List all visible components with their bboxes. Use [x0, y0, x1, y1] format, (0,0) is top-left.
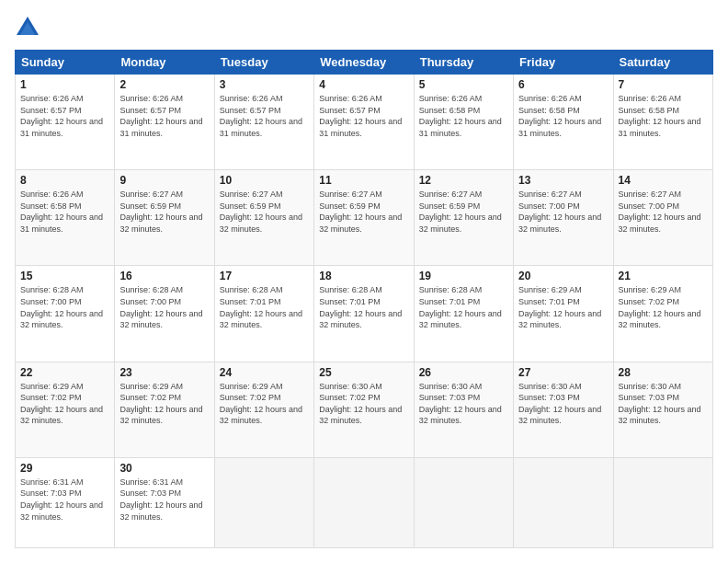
- day-details: Sunrise: 6:28 AM Sunset: 7:01 PM Dayligh…: [419, 284, 508, 330]
- calendar-day-cell: 12 Sunrise: 6:27 AM Sunset: 6:59 PM Dayl…: [414, 170, 513, 266]
- calendar-day-cell: [514, 457, 613, 547]
- header: [15, 15, 713, 40]
- day-number: 3: [220, 78, 309, 91]
- calendar-day-cell: [314, 457, 414, 547]
- day-details: Sunrise: 6:29 AM Sunset: 7:02 PM Dayligh…: [619, 284, 708, 330]
- day-details: Sunrise: 6:26 AM Sunset: 6:57 PM Dayligh…: [319, 93, 408, 139]
- day-details: Sunrise: 6:26 AM Sunset: 6:57 PM Dayligh…: [220, 93, 309, 139]
- calendar-day-cell: 16 Sunrise: 6:28 AM Sunset: 7:00 PM Dayl…: [115, 266, 214, 362]
- day-number: 7: [619, 78, 708, 91]
- calendar-day-cell: 26 Sunrise: 6:30 AM Sunset: 7:03 PM Dayl…: [414, 362, 513, 457]
- day-number: 28: [619, 366, 708, 379]
- day-number: 29: [20, 462, 109, 475]
- calendar-day-cell: 8 Sunrise: 6:26 AM Sunset: 6:58 PM Dayli…: [16, 170, 115, 266]
- calendar-day-cell: [414, 457, 513, 547]
- calendar-header-thursday: Thursday: [414, 51, 513, 75]
- day-number: 9: [119, 174, 209, 187]
- day-details: Sunrise: 6:31 AM Sunset: 7:03 PM Dayligh…: [119, 477, 209, 523]
- calendar-day-cell: 23 Sunrise: 6:29 AM Sunset: 7:02 PM Dayl…: [115, 362, 214, 457]
- calendar-day-cell: 22 Sunrise: 6:29 AM Sunset: 7:02 PM Dayl…: [16, 362, 115, 457]
- day-number: 4: [319, 78, 408, 91]
- day-details: Sunrise: 6:26 AM Sunset: 6:57 PM Dayligh…: [119, 93, 209, 139]
- day-details: Sunrise: 6:26 AM Sunset: 6:58 PM Dayligh…: [619, 93, 708, 139]
- day-details: Sunrise: 6:27 AM Sunset: 6:59 PM Dayligh…: [319, 189, 408, 235]
- calendar-day-cell: 3 Sunrise: 6:26 AM Sunset: 6:57 PM Dayli…: [214, 75, 313, 170]
- calendar-day-cell: 13 Sunrise: 6:27 AM Sunset: 7:00 PM Dayl…: [514, 170, 613, 266]
- day-details: Sunrise: 6:27 AM Sunset: 7:00 PM Dayligh…: [518, 189, 608, 235]
- calendar-header-monday: Monday: [115, 51, 214, 75]
- calendar-day-cell: 19 Sunrise: 6:28 AM Sunset: 7:01 PM Dayl…: [414, 266, 513, 362]
- day-details: Sunrise: 6:30 AM Sunset: 7:03 PM Dayligh…: [419, 381, 508, 427]
- day-number: 10: [220, 174, 309, 187]
- day-number: 11: [319, 174, 408, 187]
- calendar-header-sunday: Sunday: [16, 51, 115, 75]
- day-details: Sunrise: 6:29 AM Sunset: 7:02 PM Dayligh…: [220, 381, 309, 427]
- day-number: 21: [619, 270, 708, 282]
- calendar-table: SundayMondayTuesdayWednesdayThursdayFrid…: [15, 50, 713, 548]
- day-number: 15: [20, 270, 109, 282]
- calendar-day-cell: 7 Sunrise: 6:26 AM Sunset: 6:58 PM Dayli…: [613, 75, 712, 170]
- day-number: 18: [319, 270, 408, 282]
- calendar-day-cell: 30 Sunrise: 6:31 AM Sunset: 7:03 PM Dayl…: [115, 457, 214, 547]
- day-number: 16: [119, 270, 209, 282]
- calendar-day-cell: 9 Sunrise: 6:27 AM Sunset: 6:59 PM Dayli…: [115, 170, 214, 266]
- day-number: 19: [419, 270, 508, 282]
- calendar-day-cell: 21 Sunrise: 6:29 AM Sunset: 7:02 PM Dayl…: [613, 266, 712, 362]
- page: SundayMondayTuesdayWednesdayThursdayFrid…: [0, 0, 728, 563]
- calendar-header-saturday: Saturday: [613, 51, 712, 75]
- day-details: Sunrise: 6:30 AM Sunset: 7:03 PM Dayligh…: [518, 381, 608, 427]
- calendar-header-wednesday: Wednesday: [314, 51, 414, 75]
- day-number: 20: [518, 270, 608, 282]
- logo: [15, 15, 44, 40]
- day-number: 13: [518, 174, 608, 187]
- day-number: 27: [518, 366, 608, 379]
- calendar-day-cell: 11 Sunrise: 6:27 AM Sunset: 6:59 PM Dayl…: [314, 170, 414, 266]
- day-number: 23: [119, 366, 209, 379]
- calendar-day-cell: 4 Sunrise: 6:26 AM Sunset: 6:57 PM Dayli…: [314, 75, 414, 170]
- calendar-day-cell: 25 Sunrise: 6:30 AM Sunset: 7:02 PM Dayl…: [314, 362, 414, 457]
- calendar-day-cell: 15 Sunrise: 6:28 AM Sunset: 7:00 PM Dayl…: [16, 266, 115, 362]
- calendar-week-row: 29 Sunrise: 6:31 AM Sunset: 7:03 PM Dayl…: [16, 457, 713, 547]
- day-number: 5: [419, 78, 508, 91]
- calendar-day-cell: 6 Sunrise: 6:26 AM Sunset: 6:58 PM Dayli…: [514, 75, 613, 170]
- calendar-day-cell: 27 Sunrise: 6:30 AM Sunset: 7:03 PM Dayl…: [514, 362, 613, 457]
- day-details: Sunrise: 6:26 AM Sunset: 6:58 PM Dayligh…: [419, 93, 508, 139]
- day-details: Sunrise: 6:27 AM Sunset: 6:59 PM Dayligh…: [220, 189, 309, 235]
- day-number: 30: [119, 462, 209, 475]
- calendar-day-cell: 14 Sunrise: 6:27 AM Sunset: 7:00 PM Dayl…: [613, 170, 712, 266]
- day-details: Sunrise: 6:27 AM Sunset: 7:00 PM Dayligh…: [619, 189, 708, 235]
- day-number: 17: [220, 270, 309, 282]
- day-details: Sunrise: 6:27 AM Sunset: 6:59 PM Dayligh…: [419, 189, 508, 235]
- calendar-day-cell: 1 Sunrise: 6:26 AM Sunset: 6:57 PM Dayli…: [16, 75, 115, 170]
- calendar-week-row: 22 Sunrise: 6:29 AM Sunset: 7:02 PM Dayl…: [16, 362, 713, 457]
- calendar-week-row: 1 Sunrise: 6:26 AM Sunset: 6:57 PM Dayli…: [16, 75, 713, 170]
- calendar-day-cell: [214, 457, 313, 547]
- calendar-header-row: SundayMondayTuesdayWednesdayThursdayFrid…: [16, 51, 713, 75]
- day-details: Sunrise: 6:27 AM Sunset: 6:59 PM Dayligh…: [119, 189, 209, 235]
- day-number: 22: [20, 366, 109, 379]
- day-number: 6: [518, 78, 608, 91]
- day-details: Sunrise: 6:30 AM Sunset: 7:02 PM Dayligh…: [319, 381, 408, 427]
- day-details: Sunrise: 6:28 AM Sunset: 7:01 PM Dayligh…: [220, 284, 309, 330]
- calendar-day-cell: 28 Sunrise: 6:30 AM Sunset: 7:03 PM Dayl…: [613, 362, 712, 457]
- day-details: Sunrise: 6:29 AM Sunset: 7:02 PM Dayligh…: [119, 381, 209, 427]
- logo-icon: [15, 15, 40, 40]
- calendar-day-cell: 24 Sunrise: 6:29 AM Sunset: 7:02 PM Dayl…: [214, 362, 313, 457]
- day-number: 1: [20, 78, 109, 91]
- day-details: Sunrise: 6:26 AM Sunset: 6:58 PM Dayligh…: [518, 93, 608, 139]
- calendar-day-cell: 5 Sunrise: 6:26 AM Sunset: 6:58 PM Dayli…: [414, 75, 513, 170]
- day-details: Sunrise: 6:26 AM Sunset: 6:58 PM Dayligh…: [20, 189, 109, 235]
- calendar-day-cell: [613, 457, 712, 547]
- day-details: Sunrise: 6:29 AM Sunset: 7:01 PM Dayligh…: [518, 284, 608, 330]
- day-number: 24: [220, 366, 309, 379]
- day-number: 8: [20, 174, 109, 187]
- calendar-header-tuesday: Tuesday: [214, 51, 313, 75]
- calendar-day-cell: 29 Sunrise: 6:31 AM Sunset: 7:03 PM Dayl…: [16, 457, 115, 547]
- day-details: Sunrise: 6:28 AM Sunset: 7:00 PM Dayligh…: [20, 284, 109, 330]
- calendar-week-row: 8 Sunrise: 6:26 AM Sunset: 6:58 PM Dayli…: [16, 170, 713, 266]
- day-number: 25: [319, 366, 408, 379]
- day-details: Sunrise: 6:28 AM Sunset: 7:01 PM Dayligh…: [319, 284, 408, 330]
- day-details: Sunrise: 6:30 AM Sunset: 7:03 PM Dayligh…: [619, 381, 708, 427]
- day-details: Sunrise: 6:28 AM Sunset: 7:00 PM Dayligh…: [119, 284, 209, 330]
- calendar-day-cell: 10 Sunrise: 6:27 AM Sunset: 6:59 PM Dayl…: [214, 170, 313, 266]
